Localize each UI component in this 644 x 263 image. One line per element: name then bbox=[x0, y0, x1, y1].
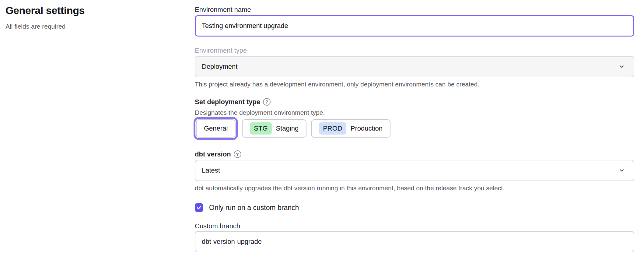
dbt-version-label-row: dbt version ? bbox=[195, 150, 634, 158]
deployment-type-general-button[interactable]: General bbox=[196, 119, 236, 138]
general-option-label: General bbox=[204, 124, 228, 132]
chevron-down-icon bbox=[618, 63, 625, 70]
environment-type-value: Deployment bbox=[202, 63, 237, 71]
page-title: General settings bbox=[5, 4, 136, 16]
environment-settings-form: Environment name Environment type Deploy… bbox=[195, 0, 634, 252]
prod-badge: PROD bbox=[319, 122, 346, 135]
dbt-version-label: dbt version bbox=[195, 150, 231, 158]
deployment-type-label: Set deployment type bbox=[195, 98, 260, 106]
help-icon[interactable]: ? bbox=[234, 150, 241, 158]
page: General settings All fields are required… bbox=[0, 0, 644, 263]
deployment-type-options: General STG Staging PROD Production bbox=[195, 119, 634, 138]
stg-badge: STG bbox=[250, 122, 271, 135]
environment-type-select: Deployment bbox=[195, 56, 634, 77]
chevron-down-icon bbox=[618, 167, 625, 174]
check-icon bbox=[196, 205, 202, 210]
settings-header: General settings All fields are required bbox=[5, 4, 136, 30]
deployment-type-production-button[interactable]: PROD Production bbox=[311, 119, 390, 138]
environment-type-label: Environment type bbox=[195, 47, 634, 54]
dbt-version-value: Latest bbox=[202, 167, 220, 174]
deployment-type-staging-button[interactable]: STG Staging bbox=[242, 119, 306, 138]
environment-name-input[interactable] bbox=[195, 15, 634, 37]
custom-branch-toggle-row: Only run on a custom branch bbox=[195, 203, 634, 212]
deployment-type-helper: Designates the deployment environment ty… bbox=[195, 109, 634, 116]
staging-option-label: Staging bbox=[276, 124, 299, 132]
custom-branch-checkbox[interactable] bbox=[195, 203, 203, 212]
production-option-label: Production bbox=[351, 124, 383, 132]
custom-branch-label: Custom branch bbox=[195, 222, 634, 230]
custom-branch-toggle-label[interactable]: Only run on a custom branch bbox=[209, 204, 299, 212]
help-icon[interactable]: ? bbox=[263, 98, 271, 106]
environment-name-label: Environment name bbox=[195, 6, 634, 13]
custom-branch-input[interactable] bbox=[195, 231, 634, 252]
environment-type-helper: This project already has a development e… bbox=[195, 80, 634, 88]
dbt-version-select[interactable]: Latest bbox=[195, 160, 634, 181]
dbt-version-helper: dbt automatically upgrades the dbt versi… bbox=[195, 184, 634, 192]
deployment-type-label-row: Set deployment type ? bbox=[195, 98, 634, 106]
page-subtitle: All fields are required bbox=[5, 23, 136, 30]
